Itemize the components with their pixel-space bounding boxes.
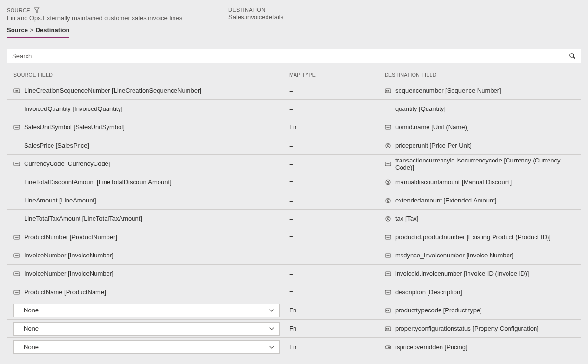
- destination-field-text: productid.productnumber [Existing Produc…: [395, 233, 551, 241]
- search-input[interactable]: [11, 52, 567, 60]
- map-type-text: =: [289, 270, 293, 277]
- map-type-text: =: [289, 233, 293, 241]
- source-field-text: LineCreationSequenceNumber [LineCreation…: [24, 87, 201, 94]
- source-field-text: ProductNumber [ProductNumber]: [24, 233, 117, 241]
- table-row[interactable]: NoneFnproducttypecode [Product type]: [7, 301, 581, 320]
- destination-field-text: uomid.name [Unit (Name)]: [395, 123, 468, 131]
- destination-field-type-icon: [385, 197, 391, 204]
- map-type-text: Fn: [289, 343, 296, 351]
- source-field-dropdown[interactable]: None: [13, 322, 280, 336]
- destination-field-text: propertyconfigurationstatus [Property Co…: [395, 325, 539, 332]
- search-bar[interactable]: [7, 49, 581, 63]
- destination-field-type-icon: [385, 87, 391, 94]
- table-row[interactable]: CurrencyCode [CurrencyCode]=transactionc…: [7, 155, 581, 173]
- destination-field-type-icon: [385, 252, 391, 259]
- map-type-text: Fn: [289, 123, 296, 131]
- destination-field-type-icon: [385, 179, 391, 186]
- table-row[interactable]: SalesUnitSymbol [SalesUnitSymbol]Fnuomid…: [7, 118, 581, 136]
- table-row[interactable]: LineTotalTaxAmount [LineTotalTaxAmount]=…: [7, 210, 581, 228]
- table-row[interactable]: ProductNumber [ProductNumber]=productid.…: [7, 228, 581, 246]
- destination-field-text: msdynce_invoicenumber [Invoice Number]: [395, 252, 514, 259]
- table-row[interactable]: NoneFnpropertyconfigurationstatus [Prope…: [7, 320, 581, 338]
- destination-field-type-icon: [385, 325, 391, 332]
- destination-field-text: tax [Tax]: [395, 215, 418, 222]
- destination-field-text: sequencenumber [Sequence Number]: [395, 87, 501, 94]
- table-row[interactable]: LineAmount [LineAmount]=extendedamount […: [7, 191, 581, 210]
- source-field-text: SalesUnitSymbol [SalesUnitSymbol]: [24, 123, 125, 131]
- dropdown-value: None: [24, 307, 39, 314]
- chevron-down-icon: [268, 307, 275, 314]
- destination-field-type-icon: [385, 234, 391, 241]
- source-field-type-icon: [13, 87, 20, 94]
- map-type-text: =: [289, 87, 293, 94]
- source-field-text: InvoiceNumber [InvoiceNumber]: [24, 270, 114, 277]
- map-type-text: =: [289, 142, 293, 149]
- source-value: Fin and Ops.Externally maintained custom…: [7, 14, 200, 22]
- col-destination-field[interactable]: DESTINATION FIELD: [385, 72, 575, 78]
- map-type-text: =: [289, 178, 293, 186]
- destination-field-type-icon: [385, 142, 391, 149]
- source-field-text: LineTotalTaxAmount [LineTotalTaxAmount]: [24, 215, 142, 222]
- source-label: SOURCE: [7, 7, 30, 13]
- source-field-type-icon: [13, 161, 20, 167]
- table-row[interactable]: LineTotalDiscountAmount [LineTotalDiscou…: [7, 173, 581, 191]
- mapping-header: SOURCE Fin and Ops.Externally maintained…: [7, 7, 581, 22]
- chevron-down-icon: [268, 344, 275, 351]
- dropdown-value: None: [24, 343, 39, 351]
- destination-field-type-icon: [385, 307, 391, 314]
- table-row[interactable]: InvoiceNumber [InvoiceNumber]=invoiceid.…: [7, 265, 581, 283]
- source-field-text: SalesPrice [SalesPrice]: [24, 142, 89, 149]
- source-field-text: InvoiceNumber [InvoiceNumber]: [24, 252, 114, 259]
- table-row[interactable]: InvoicedQuantity [InvoicedQuantity]=quan…: [7, 100, 581, 118]
- dropdown-value: None: [24, 325, 39, 332]
- table-header: SOURCE FIELD MAP TYPE DESTINATION FIELD: [7, 72, 581, 81]
- map-type-text: =: [289, 197, 293, 204]
- map-type-text: =: [289, 160, 293, 167]
- table-row[interactable]: NoneFnispriceoverridden [Pricing]: [7, 338, 581, 356]
- destination-field-type-icon: [385, 344, 391, 351]
- map-type-text: Fn: [289, 325, 296, 332]
- map-type-text: =: [289, 105, 293, 112]
- destination-field-type-icon: [385, 124, 391, 131]
- destination-field-text: manualdiscountamount [Manual Discount]: [395, 178, 512, 186]
- tab-source-destination[interactable]: Source>Destination: [7, 27, 69, 38]
- destination-field-text: producttypecode [Product type]: [395, 307, 482, 314]
- table-row[interactable]: ProductName [ProductName]=description [D…: [7, 283, 581, 301]
- map-type-text: Fn: [289, 307, 296, 314]
- destination-field-text: invoiceid.invoicenumber [Invoice ID (Inv…: [395, 270, 529, 277]
- destination-value: Sales.invoicedetails: [228, 13, 283, 21]
- destination-field-text: quantity [Quantity]: [395, 105, 446, 112]
- table-row[interactable]: LineCreationSequenceNumber [LineCreation…: [7, 81, 581, 100]
- source-field-dropdown[interactable]: None: [13, 340, 280, 354]
- destination-field-type-icon: [385, 216, 391, 222]
- source-field-type-icon: [13, 270, 20, 277]
- destination-field-type-icon: [385, 289, 391, 296]
- destination-field-text: priceperunit [Price Per Unit]: [395, 142, 472, 149]
- direction-tabs: Source>Destination: [7, 27, 581, 38]
- destination-field-text: transactioncurrencyid.isocurrencycode [C…: [395, 157, 575, 171]
- source-field-text: LineAmount [LineAmount]: [24, 197, 96, 204]
- destination-field-type-icon: [385, 270, 391, 277]
- table-row[interactable]: InvoiceNumber [InvoiceNumber]=msdynce_in…: [7, 246, 581, 265]
- col-source-field[interactable]: SOURCE FIELD: [13, 72, 289, 78]
- source-field-type-icon: [13, 252, 20, 259]
- source-field-type-icon: [13, 234, 20, 241]
- filter-icon[interactable]: [33, 7, 40, 13]
- source-field-text: InvoicedQuantity [InvoicedQuantity]: [24, 105, 123, 112]
- destination-field-text: extendedamount [Extended Amount]: [395, 197, 496, 204]
- destination-field-type-icon: [385, 161, 391, 167]
- table-row[interactable]: SalesPrice [SalesPrice]=priceperunit [Pr…: [7, 136, 581, 155]
- source-field-text: CurrencyCode [CurrencyCode]: [24, 160, 110, 167]
- source-field-type-icon: [13, 289, 20, 296]
- mapping-table: SOURCE FIELD MAP TYPE DESTINATION FIELD …: [7, 72, 581, 356]
- destination-label: DESTINATION: [228, 7, 283, 13]
- destination-field-text: ispriceoverridden [Pricing]: [395, 343, 468, 351]
- source-field-text: LineTotalDiscountAmount [LineTotalDiscou…: [24, 178, 172, 186]
- source-field-text: ProductName [ProductName]: [24, 288, 106, 296]
- col-map-type[interactable]: MAP TYPE: [289, 72, 385, 78]
- destination-field-text: description [Description]: [395, 288, 462, 296]
- map-type-text: =: [289, 215, 293, 222]
- source-field-type-icon: [13, 124, 20, 131]
- source-field-dropdown[interactable]: None: [13, 304, 280, 317]
- search-icon[interactable]: [567, 53, 577, 59]
